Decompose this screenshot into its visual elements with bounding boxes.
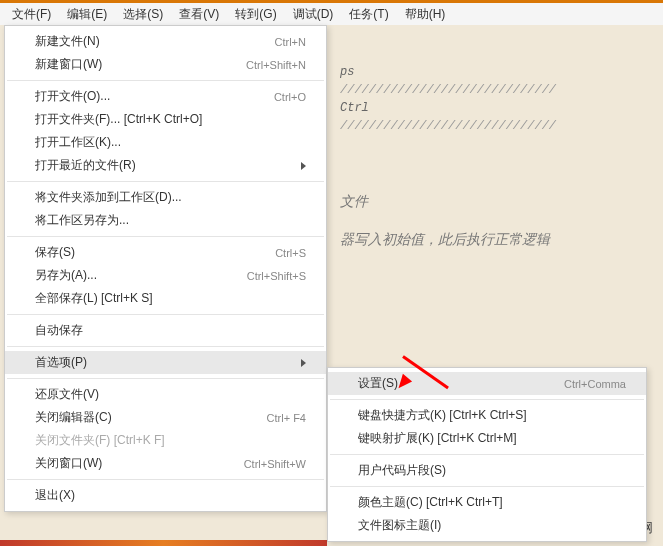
menu-item-label: 打开文件夹(F)... [Ctrl+K Ctrl+O] [35,111,202,128]
menu-item-label: 将文件夹添加到工作区(D)... [35,189,182,206]
bg-comment: ////////////////////////////// [340,119,643,133]
menu-item-label: 保存(S) [35,244,75,261]
file-menu-dropdown: 新建文件(N) Ctrl+N 新建窗口(W) Ctrl+Shift+N 打开文件… [4,25,327,512]
menu-item-label: 首选项(P) [35,354,87,371]
menu-select[interactable]: 选择(S) [115,4,171,25]
menu-item-label: 关闭编辑器(C) [35,409,112,426]
submenu-settings[interactable]: 设置(S) Ctrl+Comma [328,372,646,395]
shortcut-text: Ctrl+Shift+N [246,59,306,71]
chevron-right-icon [301,162,306,170]
menu-item-label: 另存为(A)... [35,267,97,284]
menu-close-folder: 关闭文件夹(F) [Ctrl+K F] [5,429,326,452]
menu-save-workspace-as[interactable]: 将工作区另存为... [5,209,326,232]
menu-item-label: 键盘快捷方式(K) [Ctrl+K Ctrl+S] [358,407,527,424]
menu-item-label: 将工作区另存为... [35,212,129,229]
menu-item-label: 打开文件(O)... [35,88,110,105]
menu-exit[interactable]: 退出(X) [5,484,326,507]
menu-new-window[interactable]: 新建窗口(W) Ctrl+Shift+N [5,53,326,76]
shortcut-text: Ctrl+N [275,36,306,48]
menu-help[interactable]: 帮助(H) [397,4,454,25]
menu-item-label: 关闭文件夹(F) [Ctrl+K F] [35,432,165,449]
shortcut-text: Ctrl+O [274,91,306,103]
menu-separator [7,80,324,81]
menu-goto[interactable]: 转到(G) [227,4,284,25]
menu-item-label: 还原文件(V) [35,386,99,403]
menu-save[interactable]: 保存(S) Ctrl+S [5,241,326,264]
menu-open-file[interactable]: 打开文件(O)... Ctrl+O [5,85,326,108]
menu-separator [7,346,324,347]
shortcut-text: Ctrl+Comma [564,378,626,390]
submenu-color-theme[interactable]: 颜色主题(C) [Ctrl+K Ctrl+T] [328,491,646,514]
menu-revert[interactable]: 还原文件(V) [5,383,326,406]
menu-separator [7,378,324,379]
menu-item-label: 关闭窗口(W) [35,455,102,472]
bg-comment: ////////////////////////////// [340,83,643,97]
menu-item-label: 用户代码片段(S) [358,462,446,479]
menu-separator [330,486,644,487]
shortcut-text: Ctrl+S [275,247,306,259]
bg-text: Ctrl [340,101,643,115]
bg-text: 文件 [340,193,643,211]
menu-separator [7,479,324,480]
menubar: 文件(F) 编辑(E) 选择(S) 查看(V) 转到(G) 调试(D) 任务(T… [0,0,663,25]
bg-text: 器写入初始值，此后执行正常逻辑 [340,231,643,249]
submenu-file-icon-theme[interactable]: 文件图标主题(I) [328,514,646,537]
shortcut-text: Ctrl+Shift+W [244,458,306,470]
menu-item-label: 设置(S) [358,375,398,392]
shortcut-text: Ctrl+ F4 [267,412,306,424]
menu-item-label: 颜色主题(C) [Ctrl+K Ctrl+T] [358,494,503,511]
menu-close-window[interactable]: 关闭窗口(W) Ctrl+Shift+W [5,452,326,475]
menu-debug[interactable]: 调试(D) [285,4,342,25]
bg-text: ps [340,65,643,79]
menu-item-label: 全部保存(L) [Ctrl+K S] [35,290,153,307]
submenu-user-snippets[interactable]: 用户代码片段(S) [328,459,646,482]
menu-separator [7,314,324,315]
decorative-strip [0,540,327,546]
menu-file[interactable]: 文件(F) [4,4,59,25]
submenu-keymap-extensions[interactable]: 键映射扩展(K) [Ctrl+K Ctrl+M] [328,427,646,450]
menu-item-label: 新建文件(N) [35,33,100,50]
menu-new-file[interactable]: 新建文件(N) Ctrl+N [5,30,326,53]
menu-item-label: 新建窗口(W) [35,56,102,73]
menu-view[interactable]: 查看(V) [171,4,227,25]
menu-item-label: 文件图标主题(I) [358,517,441,534]
menu-tasks[interactable]: 任务(T) [341,4,396,25]
menu-item-label: 打开工作区(K)... [35,134,121,151]
menu-open-folder[interactable]: 打开文件夹(F)... [Ctrl+K Ctrl+O] [5,108,326,131]
menu-open-recent[interactable]: 打开最近的文件(R) [5,154,326,177]
preferences-submenu: 设置(S) Ctrl+Comma 键盘快捷方式(K) [Ctrl+K Ctrl+… [327,367,647,542]
menu-edit[interactable]: 编辑(E) [59,4,115,25]
chevron-right-icon [301,359,306,367]
menu-separator [330,399,644,400]
menu-add-folder[interactable]: 将文件夹添加到工作区(D)... [5,186,326,209]
menu-separator [330,454,644,455]
submenu-keyboard-shortcuts[interactable]: 键盘快捷方式(K) [Ctrl+K Ctrl+S] [328,404,646,427]
menu-separator [7,236,324,237]
menu-open-workspace[interactable]: 打开工作区(K)... [5,131,326,154]
menu-save-as[interactable]: 另存为(A)... Ctrl+Shift+S [5,264,326,287]
annotation-arrow-icon [395,340,455,380]
menu-item-label: 打开最近的文件(R) [35,157,136,174]
menu-item-label: 退出(X) [35,487,75,504]
shortcut-text: Ctrl+Shift+S [247,270,306,282]
menu-separator [7,181,324,182]
menu-save-all[interactable]: 全部保存(L) [Ctrl+K S] [5,287,326,310]
menu-close-editor[interactable]: 关闭编辑器(C) Ctrl+ F4 [5,406,326,429]
menu-preferences[interactable]: 首选项(P) [5,351,326,374]
menu-item-label: 键映射扩展(K) [Ctrl+K Ctrl+M] [358,430,517,447]
menu-item-label: 自动保存 [35,322,83,339]
menu-auto-save[interactable]: 自动保存 [5,319,326,342]
